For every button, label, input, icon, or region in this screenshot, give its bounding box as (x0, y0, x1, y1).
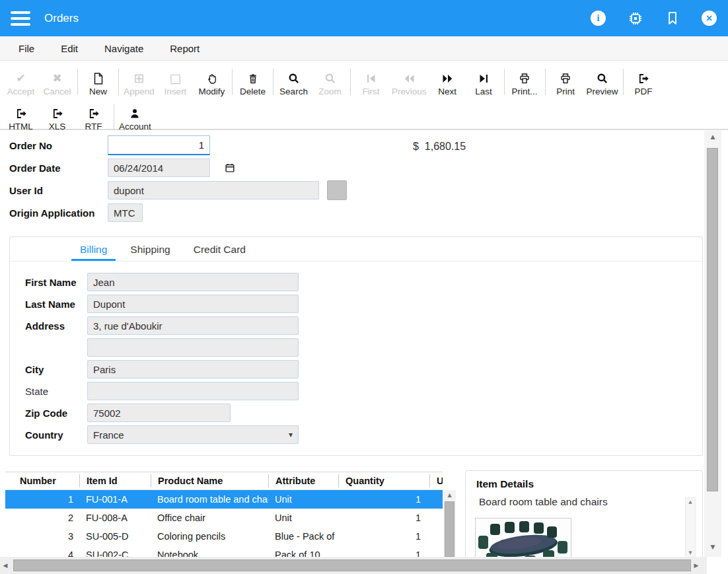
preview-button[interactable]: Preview (584, 66, 621, 96)
table-header-row: Number Item Id Product Name Attribute Qu… (5, 472, 443, 490)
country-select-value[interactable] (87, 425, 299, 444)
account-button[interactable]: Account (116, 101, 154, 131)
column-header-unit-price[interactable]: Unit Pr (429, 474, 443, 487)
scroll-down-icon[interactable]: ▼ (704, 541, 721, 553)
xls-export-button[interactable]: XLS (39, 101, 75, 131)
billing-form: First Name Last Name Address City State … (10, 262, 702, 444)
toolbar-separator (504, 69, 505, 95)
scroll-up-icon[interactable]: ▲ (686, 498, 695, 507)
column-header-quantity[interactable]: Quantity (338, 474, 429, 487)
chip-icon[interactable] (628, 11, 643, 26)
column-header-attribute[interactable]: Attribute (268, 474, 338, 487)
main-horizontal-scrollbar[interactable]: ◀ ▶ (0, 557, 707, 574)
scroll-up-icon[interactable]: ▲ (704, 131, 721, 143)
last-name-input[interactable] (87, 295, 299, 313)
table-vertical-scrollbar[interactable]: ▲ (443, 490, 456, 557)
square-icon: □ (170, 72, 182, 85)
html-export-button[interactable]: HTML (3, 101, 39, 131)
new-button[interactable]: New (80, 66, 116, 96)
toolbar-separator (623, 69, 624, 95)
table-row[interactable]: 4 SU-002-C Notebook Pack of 10 1 (5, 546, 443, 557)
table-row[interactable]: 2 FU-008-A Office chair Unit 1 (5, 509, 443, 527)
user-id-label: User Id (9, 185, 108, 196)
boardroom-table-photo (475, 518, 571, 561)
accept-button[interactable]: ✔ Accept (3, 66, 39, 96)
export-icon (15, 106, 28, 120)
last-button[interactable]: Last (466, 66, 502, 96)
printer-icon (518, 71, 531, 85)
order-items-table: Number Item Id Product Name Attribute Qu… (5, 472, 443, 557)
first-button[interactable]: First (353, 66, 389, 96)
cancel-button[interactable]: ✖ Cancel (39, 66, 75, 96)
close-icon[interactable]: × (702, 11, 717, 26)
tab-shipping[interactable]: Shipping (122, 244, 178, 261)
toolbar-separator (118, 69, 119, 95)
menu-navigate[interactable]: Navigate (104, 43, 143, 54)
tab-billing[interactable]: Billing (71, 244, 116, 261)
column-header-number[interactable]: Number (5, 474, 79, 487)
user-lookup-button[interactable] (327, 180, 347, 200)
table-row[interactable]: 3 SU-005-D Coloring pencils Blue - Pack … (5, 527, 443, 546)
state-input[interactable] (87, 382, 299, 400)
toolbar-separator (350, 69, 351, 95)
horizontal-scrollbar-thumb[interactable] (13, 559, 691, 571)
order-date-input[interactable] (108, 159, 210, 177)
item-details-title: Item Details (476, 478, 702, 490)
main-vertical-scrollbar[interactable]: ▲ ▼ (704, 131, 721, 557)
rtf-export-button[interactable]: RTF (75, 101, 112, 131)
zoom-button[interactable]: Zoom (312, 66, 348, 96)
vertical-scrollbar-thumb[interactable] (707, 148, 718, 491)
user-id-input[interactable] (108, 181, 319, 199)
menu-report[interactable]: Report (170, 43, 200, 54)
rewind-icon (402, 71, 416, 85)
search-button[interactable]: Search (275, 66, 312, 96)
window-title: Orders (44, 12, 79, 25)
menu-edit[interactable]: Edit (61, 43, 78, 54)
table-scrollbar-thumb[interactable] (445, 501, 455, 557)
insert-button[interactable]: □ Insert (157, 66, 194, 96)
order-header: $ 1,680.15 Order No Order Date User Id O… (9, 135, 696, 225)
city-input[interactable] (87, 360, 299, 378)
country-label: Country (25, 429, 87, 441)
address-input[interactable] (87, 316, 299, 335)
print-button[interactable]: Print (548, 66, 584, 96)
delete-button[interactable]: Delete (235, 66, 271, 96)
menubar: File Edit Navigate Report (0, 36, 728, 61)
order-no-input[interactable] (108, 135, 210, 155)
next-button[interactable]: Next (429, 66, 466, 96)
first-name-input[interactable] (87, 273, 299, 291)
calendar-icon[interactable] (224, 162, 236, 174)
new-page-icon (92, 71, 105, 85)
scroll-up-icon[interactable]: ▲ (443, 490, 456, 500)
column-header-product-name[interactable]: Product Name (151, 474, 268, 487)
city-label: City (25, 364, 87, 375)
origin-application-input[interactable] (108, 203, 143, 222)
first-name-label: First Name (25, 277, 87, 288)
bookmark-icon[interactable] (665, 11, 680, 26)
tab-credit-card[interactable]: Credit Card (185, 244, 254, 261)
info-icon[interactable]: i (591, 11, 606, 26)
zip-code-input[interactable] (87, 404, 231, 422)
address2-input[interactable] (87, 338, 299, 357)
append-button[interactable]: ⊞ Append (121, 66, 157, 96)
hamburger-menu-icon[interactable] (11, 11, 30, 26)
toolbar-row-2: HTML XLS RTF Account (3, 99, 728, 131)
previous-button[interactable]: Previous (389, 66, 429, 96)
item-details-scrollbar[interactable]: ▲ ▼ (685, 497, 696, 558)
country-select[interactable]: ▾ (87, 425, 299, 444)
order-no-label: Order No (9, 140, 108, 151)
menu-file[interactable]: File (18, 43, 34, 54)
column-header-item-id[interactable]: Item Id (79, 474, 151, 487)
scroll-right-icon[interactable]: ▶ (691, 562, 702, 569)
modify-button[interactable]: Modify (194, 66, 230, 96)
toolbar-separator (114, 104, 114, 130)
cross-icon: ✖ (52, 73, 61, 84)
address-tab-panel: Billing Shipping Credit Card First Name … (9, 236, 703, 456)
scroll-left-icon[interactable]: ◀ (0, 562, 11, 569)
check-icon: ✔ (16, 73, 25, 84)
print-dialog-button[interactable]: Print... (507, 66, 543, 96)
toolbar-separator (77, 69, 78, 95)
table-row[interactable]: 1 FU-001-A Board room table and chairs U… (5, 490, 443, 509)
hand-icon (205, 71, 219, 85)
pdf-export-button[interactable]: PDF (626, 66, 662, 96)
